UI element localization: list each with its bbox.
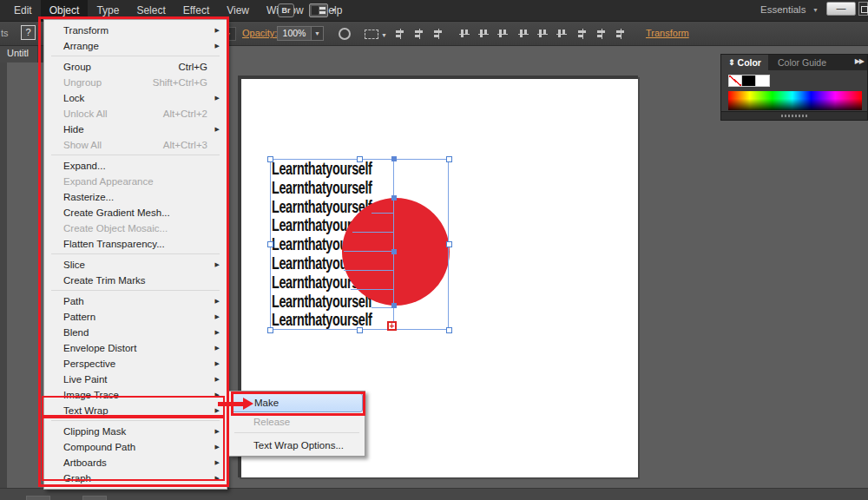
object-menu-item[interactable]: Envelope Distort ▶ (44, 340, 227, 356)
anchor-point[interactable] (391, 156, 397, 161)
object-menu-item[interactable]: Unlock All Alt+Ctrl+2 (44, 106, 227, 122)
color-panel-tab[interactable]: ⇕ Color (721, 55, 768, 70)
selection-handle-top-left[interactable] (267, 156, 273, 162)
distribute-top-icon[interactable] (518, 29, 530, 39)
window-minimize-button[interactable]: — (826, 2, 856, 16)
selection-handle-top-center[interactable] (357, 156, 363, 162)
opacity-dropdown-icon[interactable]: ▼ (312, 26, 324, 41)
menubar-item[interactable]: Object (41, 0, 89, 21)
panel-expand-icon[interactable]: ▶▶ (855, 57, 864, 65)
align-top-icon[interactable] (459, 29, 471, 39)
selection-handle-mid-left[interactable] (267, 241, 273, 247)
menubar-item[interactable]: View (218, 0, 258, 21)
selection-handle-bottom-center[interactable] (357, 327, 363, 333)
submenu-arrow-icon: ▶ (211, 126, 220, 133)
opacity-value-field[interactable]: 100% (277, 26, 312, 41)
menu-item-label: Ungroup (63, 77, 153, 88)
object-menu-item[interactable]: Slice ▶ (44, 257, 227, 273)
object-menu-item[interactable]: Show All Alt+Ctrl+3 (44, 137, 227, 153)
menubar-item[interactable]: Effect (174, 0, 218, 21)
align-horizontal-center-icon[interactable] (414, 29, 426, 39)
menu-item-label: Graph (63, 473, 207, 484)
bridge-button[interactable]: Br (278, 3, 294, 17)
object-menu-item[interactable] (51, 155, 220, 156)
object-menu-item[interactable]: Arrange ▶ (44, 38, 227, 54)
object-menu-item[interactable] (51, 290, 220, 292)
object-menu-item[interactable]: Rasterize... (44, 189, 227, 205)
submenu-item[interactable]: Text Wrap Options... (231, 436, 363, 454)
object-menu-item[interactable]: Lock ▶ (44, 90, 227, 106)
object-menu-item[interactable]: Transform ▶ (44, 23, 227, 38)
help-button[interactable]: ? (21, 25, 36, 40)
object-menu-item[interactable]: Image Trace ▶ (44, 387, 227, 403)
selection-handle-bottom-left[interactable] (267, 327, 273, 333)
recolor-artwork-icon[interactable] (339, 28, 351, 40)
swatch-black[interactable] (742, 75, 756, 87)
transform-link[interactable]: Transform (646, 28, 689, 38)
anchor-point[interactable] (391, 249, 397, 254)
object-menu-item[interactable]: Expand... (44, 158, 227, 174)
opacity-label[interactable]: Opacity: (242, 28, 277, 38)
swatch-none[interactable] (728, 75, 742, 87)
selection-handle-mid-right[interactable] (446, 241, 452, 247)
menubar-item[interactable]: Select (128, 0, 174, 21)
align-bottom-icon[interactable] (497, 29, 510, 39)
distribute-vertical-center-icon[interactable] (537, 29, 549, 39)
align-vertical-center-icon[interactable] (478, 29, 490, 39)
document-tab[interactable]: Untitl (0, 44, 37, 62)
selection-handle-top-right[interactable] (446, 156, 452, 162)
anchor-point[interactable] (391, 195, 397, 201)
swatch-white[interactable] (756, 75, 770, 87)
object-menu-item[interactable]: Ungroup Shift+Ctrl+G (44, 75, 227, 90)
object-menu: Transform ▶ Arrange ▶ Group Ctrl+G Ungro… (43, 19, 227, 490)
object-menu-item[interactable]: Clipping Mask ▶ (44, 424, 227, 439)
object-menu-item[interactable]: Create Trim Marks (44, 273, 227, 288)
workspace-caret-icon[interactable]: ▼ (812, 7, 819, 13)
distribute-bottom-icon[interactable] (556, 29, 569, 39)
distribute-right-icon[interactable] (615, 29, 628, 39)
object-menu-item[interactable] (51, 420, 220, 422)
menubar-item[interactable]: Type (88, 0, 128, 21)
selection-handle-bottom-right[interactable] (446, 327, 452, 333)
object-menu-item[interactable]: Blend ▶ (44, 325, 227, 340)
object-menu-item[interactable]: Perspective ▶ (44, 356, 227, 372)
submenu-item[interactable] (234, 432, 359, 434)
anchor-point[interactable] (391, 303, 397, 308)
object-menu-item[interactable]: Group Ctrl+G (44, 59, 227, 75)
object-menu-item[interactable]: Live Paint ▶ (44, 372, 227, 387)
object-menu-item[interactable]: Compound Path ▶ (44, 439, 227, 455)
submenu-item[interactable]: Release (231, 412, 363, 431)
color-panel-tabs: ⇕ Color Color Guide (721, 55, 867, 70)
object-menu-item[interactable]: Create Gradient Mesh... (44, 205, 227, 220)
submenu-item-label: Release (253, 417, 356, 427)
menu-item-label: Hide (63, 124, 207, 135)
panel-resize-bar[interactable] (721, 111, 867, 120)
arrange-documents-icon[interactable] (309, 3, 328, 17)
text-overflow-icon[interactable]: + (387, 321, 397, 331)
select-similar-caret-icon[interactable]: ▼ (381, 32, 387, 38)
menubar-item-label: Select (136, 4, 165, 16)
color-spectrum-bar[interactable] (728, 91, 862, 110)
align-left-icon[interactable] (395, 29, 407, 39)
menubar-item[interactable]: Edit (5, 0, 41, 21)
select-similar-icon[interactable] (365, 30, 378, 39)
object-menu-item[interactable] (51, 56, 220, 57)
object-menu-item[interactable]: Flatten Transparency... (44, 236, 227, 252)
object-menu-item[interactable] (51, 253, 220, 255)
distribute-horizontal-center-icon[interactable] (596, 29, 608, 39)
object-menu-item[interactable]: Pattern ▶ (44, 309, 227, 325)
distribute-left-icon[interactable] (577, 29, 589, 39)
object-menu-item[interactable]: Text Wrap ▶ (44, 403, 227, 418)
color-panel-tab[interactable]: Color Guide (768, 55, 833, 70)
object-menu-item[interactable]: Expand Appearance (44, 174, 227, 189)
color-panel-tab-label: Color (738, 57, 761, 68)
object-menu-item[interactable]: Path ▶ (44, 293, 227, 309)
window-restore-button[interactable] (858, 2, 868, 16)
object-menu-item[interactable]: Create Object Mosaic... (44, 220, 227, 236)
align-right-icon[interactable] (433, 29, 445, 39)
object-menu-item[interactable]: Artboards ▶ (44, 455, 227, 470)
workspace-switcher[interactable]: Essentials (760, 4, 806, 15)
arrange-documents-caret-icon[interactable]: ▼ (331, 7, 337, 13)
object-menu-item[interactable]: Hide ▶ (44, 122, 227, 137)
object-menu-item[interactable]: Graph ▶ (44, 470, 227, 486)
